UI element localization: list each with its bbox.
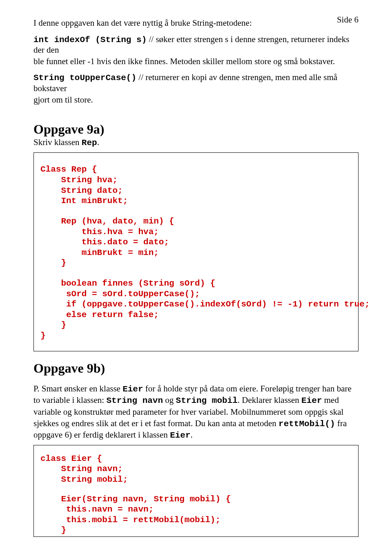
text: for å holde styr på data om eiere. Forel… [143,384,352,393]
code-line: String navn; [40,464,352,474]
code-line: Eier(String navn, String mobil) { [40,494,352,505]
code-inline: String toUpperCase() [33,73,136,83]
text: P. Smart ønsker en klasse [33,384,122,393]
text: Skriv klassen [33,137,82,147]
code-line: if (oppgave.toUpperCase().indexOf(sOrd) … [40,299,352,310]
code-line: else return false; [40,310,352,320]
code-line: this.hva = hva; [40,227,352,237]
page: Side 6 I denne oppgaven kan det være nyt… [0,0,392,552]
code-line: Rep (hva, dato, min) { [40,216,352,227]
code-line: Int minBrukt; [40,196,352,206]
code-line: String mobil; [40,474,352,485]
code-inline: Rep [82,138,97,147]
code-line: } [40,258,352,268]
code-box-9b: class Eier { String navn; String mobil; … [33,445,359,537]
task-9b-title: Oppgave 9b) [33,361,359,375]
code-line: } [40,331,352,341]
para-9b-5: oppgave 6) er ferdig deklarert i klassen… [33,430,359,441]
text: . [191,430,193,440]
text: . Deklarer klassen [238,395,301,405]
task-9a-title: Oppgave 9a) [33,122,359,136]
intro-text: I denne oppgaven kan det være nyttig å b… [33,18,359,29]
code-inline: String mobil [176,396,238,405]
code-inline: int indexOf (String s) [33,35,147,45]
page-number: Side 6 [337,15,359,25]
code-line: } [40,525,352,536]
text: og [163,395,176,405]
text: fra [335,418,347,428]
code-inline: rettMobil() [278,419,335,429]
text: . [97,137,99,147]
code-box-9a: Class Rep { String hva; String dato; Int… [33,152,359,351]
text: med [322,395,339,405]
code-inline: Eier [170,431,190,440]
para-9b-3: variable og konstruktør med parameter fo… [33,407,359,418]
code-line: Class Rep { [40,164,352,175]
code-line: String hva; [40,175,352,185]
code-line: } [40,320,352,331]
touppercase-desc: String toUpperCase() // returnerer en ko… [33,72,359,94]
para-9b-1: P. Smart ønsker en klasse Eier for å hol… [33,384,359,395]
code-line: this.dato = dato; [40,237,352,248]
code-line: this.mobil = rettMobil(mobil); [40,515,352,525]
indexof-desc: int indexOf (String s) // søker etter st… [33,34,359,56]
text: oppgave 6) er ferdig deklarert i klassen [33,430,170,440]
task-9a-sub: Skriv klassen Rep. [33,137,359,147]
touppercase-desc-2: gjort om til store. [33,95,359,105]
para-9b-2: to variable i klassen: String navn og St… [33,395,359,406]
code-line: String dato; [40,185,352,196]
indexof-desc-2: ble funnet eller -1 hvis den ikke finnes… [33,56,359,67]
para-9b-4: sjekkes og endres slik at det er i et fa… [33,418,359,429]
code-line: minBrukt = min; [40,248,352,258]
code-inline: Eier [122,384,143,394]
code-line: boolean finnes (String sOrd) { [40,278,352,289]
code-line: sOrd = sOrd.toUpperCase(); [40,289,352,299]
code-line: this.navn = navn; [40,504,352,515]
code-line: class Eier { [40,454,352,464]
code-inline: Eier [301,396,322,405]
text: sjekkes og endres slik at det er i et fa… [33,418,278,428]
code-inline: String navn [106,396,163,405]
text: to variable i klassen: [33,395,106,405]
